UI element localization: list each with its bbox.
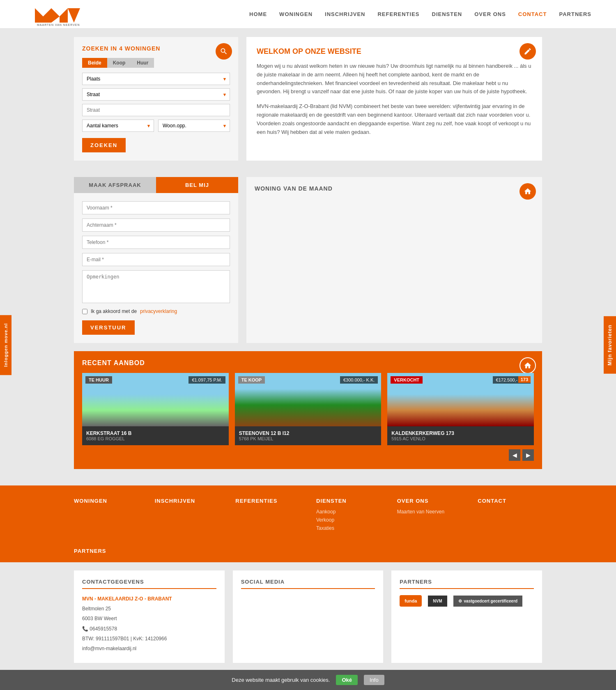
property-city: 5768 PK MEIJEL	[239, 436, 377, 441]
footer-col-referenties: REFERENTIES	[235, 498, 300, 534]
svg-marker-0	[35, 8, 51, 23]
footer-col-inschrijven: INSCHRIJVEN	[155, 498, 219, 534]
achternaam-input[interactable]	[82, 218, 230, 232]
contact-area: MAAK AFSPRAAK BEL MIJ Ik ga akkoord met …	[74, 177, 238, 343]
footer-link-verkoop[interactable]: Verkoop	[316, 517, 381, 523]
header: MAARTEN VAN NEERVEN HOME WONINGEN INSCHR…	[0, 0, 616, 29]
partners-logos-title: PARTNERS	[400, 579, 534, 589]
bottom-section: CONTACTGEGEVENS MVN - MAKELAARDIJ Z-O - …	[0, 562, 616, 671]
privacy-link[interactable]: privacyverklaring	[140, 308, 177, 314]
search-button[interactable]	[216, 43, 232, 60]
carousel-next[interactable]: ▶	[522, 449, 534, 461]
favorites-sidebar[interactable]: Mijn favorieten	[604, 316, 616, 374]
cookie-info-button[interactable]: Info	[364, 675, 384, 685]
nav-over-ons[interactable]: OVER ONS	[474, 11, 506, 17]
cookie-bar: Deze website maakt gebruik van cookies. …	[0, 670, 616, 689]
footer-partners-row: PARTNERS	[0, 546, 616, 562]
carousel-prev[interactable]: ◀	[509, 449, 520, 461]
property-badge: VERKOCHT	[391, 376, 423, 384]
vastgoedcert-logo: ⚙ vastgoedcert gecertificeerd	[453, 596, 523, 607]
phone-icon: 📞	[82, 626, 88, 632]
property-address: STEENOVEN 12 B I12	[239, 430, 377, 436]
partners-title: PARTNERS	[74, 548, 542, 554]
cookie-text: Deze website maakt gebruik van cookies.	[232, 677, 330, 683]
recent-title: RECENT AANBOD	[82, 359, 534, 367]
nav-home[interactable]: HOME	[249, 11, 267, 17]
company-name: MVN - MAKELAARDIJ Z-O - BRABANT	[82, 595, 216, 603]
welcome-title: WELKOM OP ONZE WEBSITE	[257, 47, 532, 56]
footer-link-taxaties[interactable]: Taxaties	[316, 525, 381, 531]
property-city: 5915 AC VENLO	[391, 436, 530, 441]
nav-inschrijven[interactable]: INSCHRIJVEN	[325, 11, 365, 17]
footer-col-woningen: WONINGEN	[74, 498, 138, 534]
footer-nav: WONINGEN INSCHRIJVEN REFERENTIES DIENSTE…	[0, 485, 616, 546]
woning-maand-title: WONING VAN DE MAAND	[255, 185, 534, 192]
contact-details-title: CONTACTGEGEVENS	[82, 579, 216, 589]
btw: BTW: 991111597B01 | KvK: 14120966	[82, 635, 216, 643]
nav-contact[interactable]: CONTACT	[518, 11, 547, 17]
tab-beide[interactable]: Beide	[82, 58, 107, 68]
welcome-paragraph2: MVN-makelaardij Z-O-Brabant (lid NVM) co…	[257, 102, 532, 136]
telefoon-input[interactable]	[82, 236, 230, 249]
privacy-checkbox[interactable]	[82, 309, 87, 314]
nav-diensten[interactable]: DIENSTEN	[432, 11, 462, 17]
footer-col-over-ons: OVER ONS Maarten van Neerven	[397, 498, 462, 534]
nvm-logo: NVM	[428, 596, 447, 607]
footer-link-aankoop[interactable]: Aankoop	[316, 509, 381, 515]
home-icon-woning[interactable]	[519, 183, 536, 200]
logo-svg: MAARTEN VAN NEERVEN	[31, 2, 84, 27]
main-nav: HOME WONINGEN INSCHRIJVEN REFERENTIES DI…	[249, 11, 591, 17]
phone: 📞 0645915578	[82, 625, 216, 633]
contact-details-card: CONTACTGEGEVENS MVN - MAKELAARDIJ Z-O - …	[74, 570, 225, 663]
welcome-section: WELKOM OP ONZE WEBSITE Mogen wij u nu al…	[246, 37, 542, 161]
verstuur-button[interactable]: VERSTUUR	[82, 320, 135, 335]
home-icon-recent[interactable]	[519, 357, 536, 374]
woon-select[interactable]: Woon.opp.	[158, 120, 230, 132]
property-price: €300.000,- K.K.	[340, 376, 378, 384]
welcome-paragraph1: Mogen wij u nu alvast welkom heten in uw…	[257, 62, 532, 96]
nav-referenties[interactable]: REFERENTIES	[377, 11, 419, 17]
tab-huur[interactable]: Huur	[131, 58, 154, 68]
recent-section: RECENT AANBOD TE HUUR €1.097,75 P.M. KER…	[74, 351, 542, 469]
search-section: ZOEKEN IN 4 WONINGEN Beide Koop Huur Pla…	[74, 37, 238, 161]
edit-icon[interactable]	[519, 43, 536, 60]
tab-afspraak[interactable]: MAAK AFSPRAAK	[74, 177, 156, 193]
straat-select[interactable]: Straat	[82, 88, 230, 101]
address1: Beltmolen 25	[82, 605, 216, 613]
svg-text:MAARTEN VAN NEERVEN: MAARTEN VAN NEERVEN	[37, 23, 80, 26]
plaats-select[interactable]: Plaats	[82, 73, 230, 85]
kamers-select[interactable]: Aantal kamers	[82, 120, 154, 132]
footer-col-diensten: DIENSTEN Aankoop Verkoop Taxaties	[316, 498, 381, 534]
address2: 6003 BW Weert	[82, 615, 216, 623]
zoeken-button[interactable]: ZOEKEN	[82, 138, 126, 152]
cookie-ok-button[interactable]: Oké	[336, 675, 358, 685]
filter-tabs: Beide Koop Huur	[82, 58, 230, 68]
tab-bel-mij[interactable]: BEL MIJ	[156, 177, 238, 193]
svg-marker-2	[68, 8, 80, 23]
straat-input[interactable]	[82, 104, 230, 116]
opmerkingen-textarea[interactable]	[82, 270, 230, 303]
tab-koop[interactable]: Koop	[107, 58, 131, 68]
contact-tabs: MAAK AFSPRAAK BEL MIJ	[74, 177, 238, 193]
property-city: 6088 EG ROGGEL	[86, 436, 225, 441]
property-price: €1.097,75 P.M.	[188, 376, 225, 384]
property-card[interactable]: TE HUUR €1.097,75 P.M. KERKSTRAAT 16 B 6…	[82, 373, 229, 445]
logo: MAARTEN VAN NEERVEN	[25, 1, 90, 28]
nav-woningen[interactable]: WONINGEN	[279, 11, 313, 17]
logo-box: MAARTEN VAN NEERVEN	[25, 1, 90, 28]
property-badge: TE HUUR	[85, 376, 112, 384]
property-address: KALDENKERKERWEG 173	[391, 430, 530, 436]
voornaam-input[interactable]	[82, 201, 230, 214]
partners-logos: funda NVM ⚙ vastgoedcert gecertificeerd	[400, 595, 534, 607]
inloggen-sidebar[interactable]: Inloggen move.nl	[0, 315, 11, 375]
nav-partners[interactable]: PARTNERS	[559, 11, 591, 17]
property-card[interactable]: VERKOCHT €172.500,- K.K. 173 KALDENKERKE…	[387, 373, 534, 445]
property-card[interactable]: TE KOOP €300.000,- K.K. STEENOVEN 12 B I…	[235, 373, 382, 445]
woning-maand-section: WONING VAN DE MAAND	[246, 177, 542, 343]
email-input[interactable]	[82, 253, 230, 266]
footer-link-maarten[interactable]: Maarten van Neerven	[397, 509, 462, 515]
funda-logo: funda	[400, 595, 422, 607]
carousel-controls: ◀ ▶	[82, 449, 534, 461]
social-media-title: SOCIAL MEDIA	[241, 579, 375, 589]
email: info@mvn-makelaardij.nl	[82, 645, 216, 653]
